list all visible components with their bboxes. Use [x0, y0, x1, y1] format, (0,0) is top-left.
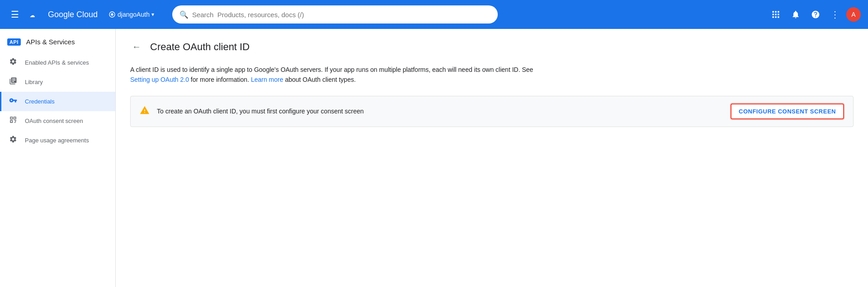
apps-icon-btn[interactable] [767, 5, 785, 24]
oauth-setup-link[interactable]: Setting up OAuth 2.0 [130, 76, 189, 83]
api-badge: API [7, 38, 21, 46]
enabled-apis-icon [9, 57, 18, 68]
sidebar: API APIs & Services Enabled APIs & servi… [0, 29, 116, 287]
hamburger-menu[interactable]: ☰ [7, 5, 23, 24]
sidebar-header: API APIs & Services [0, 33, 115, 53]
learn-more-link[interactable]: Learn more [251, 76, 283, 83]
page-usage-icon [9, 135, 18, 146]
search-bar: 🔍 [172, 5, 498, 24]
sidebar-item-label: Page usage agreements [25, 137, 89, 144]
warning-icon [140, 105, 150, 118]
google-cloud-logo: ☁ Google Cloud [30, 7, 98, 22]
svg-rect-7 [775, 14, 776, 15]
user-avatar[interactable]: A [846, 7, 861, 22]
more-vert-icon-btn[interactable]: ⋮ [826, 5, 844, 24]
svg-rect-5 [778, 11, 779, 13]
back-button[interactable]: ← [130, 40, 143, 54]
description-part3: about OAuth client types. [283, 76, 356, 83]
sidebar-item-label: Enabled APIs & services [25, 59, 89, 66]
sidebar-item-library[interactable]: Library [0, 72, 115, 92]
project-selector[interactable]: djangoAuth ▾ [105, 9, 158, 20]
page-header: ← Create OAuth client ID [130, 40, 854, 54]
notifications-icon-btn[interactable] [787, 5, 805, 24]
sidebar-item-oauth-consent[interactable]: OAuth consent screen [0, 111, 115, 131]
description-part2: for more information. [189, 76, 251, 83]
library-icon [9, 77, 18, 87]
main-content: ← Create OAuth client ID A client ID is … [116, 29, 868, 287]
layout: API APIs & Services Enabled APIs & servi… [0, 29, 868, 287]
credentials-icon [9, 96, 18, 107]
sidebar-item-label: Library [25, 79, 43, 85]
svg-rect-8 [778, 14, 779, 15]
sidebar-item-label: OAuth consent screen [25, 118, 83, 124]
sidebar-item-page-usage[interactable]: Page usage agreements [0, 131, 115, 150]
sidebar-item-label: Credentials [25, 98, 55, 105]
nav-right-icons: ⋮ A [767, 5, 861, 24]
svg-rect-9 [773, 16, 774, 18]
svg-rect-4 [775, 11, 776, 13]
oauth-consent-icon [9, 116, 18, 126]
page-title: Create OAuth client ID [150, 41, 250, 53]
chevron-down-icon: ▾ [151, 11, 154, 18]
svg-rect-10 [775, 16, 776, 18]
svg-point-1 [111, 13, 113, 15]
description-part1: A client ID is used to identify a single… [130, 66, 533, 73]
description-text: A client ID is used to identify a single… [130, 65, 537, 85]
top-nav: ☰ ☁ Google Cloud djangoAuth ▾ 🔍 ⋮ A [0, 0, 868, 29]
sidebar-item-enabled-apis[interactable]: Enabled APIs & services [0, 53, 115, 72]
svg-rect-3 [773, 11, 774, 13]
svg-rect-11 [778, 16, 779, 18]
svg-text:☁: ☁ [30, 13, 35, 18]
alert-banner: To create an OAuth client ID, you must f… [130, 96, 854, 127]
alert-text: To create an OAuth client ID, you must f… [157, 108, 723, 115]
configure-consent-screen-button[interactable]: CONFIGURE CONSENT SCREEN [731, 104, 844, 119]
sidebar-title: APIs & Services [26, 38, 75, 46]
sidebar-item-credentials[interactable]: Credentials [0, 92, 115, 111]
search-input[interactable] [192, 11, 491, 19]
logo-text: Google Cloud [48, 10, 98, 19]
search-icon: 🔍 [179, 10, 189, 19]
help-icon-btn[interactable] [807, 5, 825, 24]
project-name: djangoAuth [118, 11, 150, 18]
svg-rect-6 [773, 14, 774, 15]
